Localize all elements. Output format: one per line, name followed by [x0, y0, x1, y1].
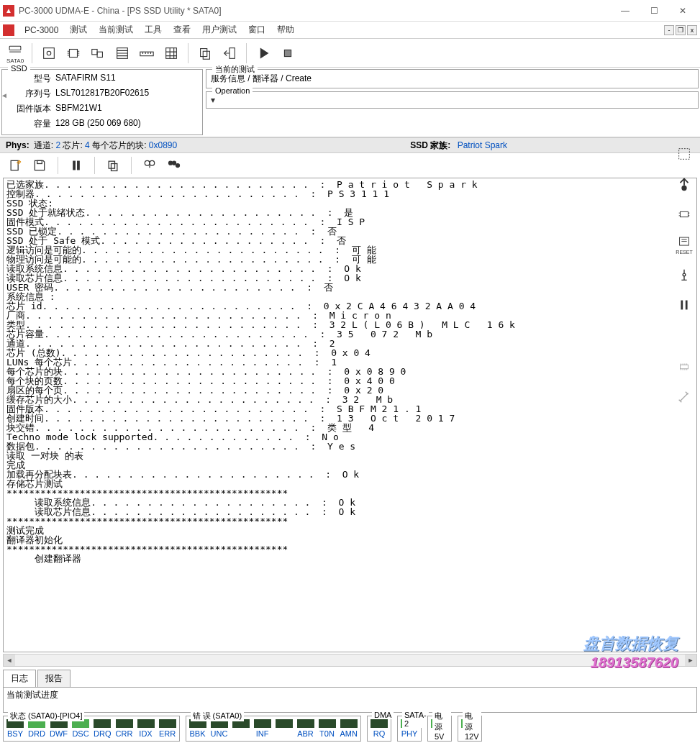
sidebar-btn-scale[interactable]: [674, 144, 694, 164]
led-label: ERR: [159, 729, 176, 738]
log-line: 数据包. . . . . . . . . . . . . . . . . . .…: [6, 442, 694, 451]
blocks-label: 每个芯片的块:: [92, 140, 146, 152]
led-indicator: [371, 719, 388, 728]
ssd-family-label: SSD 家族:: [410, 140, 450, 152]
status-group-sata2: SATA-2PHY: [397, 716, 422, 742]
status-group-error: 错 误 (SATA0)BBKUNCINFABRT0NAMN: [186, 716, 361, 742]
channel-label: 通道:: [34, 140, 53, 152]
led-indicator: [340, 719, 358, 728]
scroll-left-arrow[interactable]: ◄: [4, 654, 15, 666]
tab-report[interactable]: 报告: [37, 670, 71, 687]
operation-dropdown-arrow[interactable]: ▾: [211, 95, 215, 105]
led-label: DRQ: [94, 729, 111, 738]
toolbar-btn-4[interactable]: [112, 42, 133, 64]
toolbar-btn-1[interactable]: [38, 42, 60, 64]
menubar: PC-3000 测试 当前测试 工具 查看 用户测试 窗口 帮助 - ❐ x: [0, 22, 700, 39]
led-indicator: [94, 719, 111, 728]
current-test-path: 服务信息 / 翻译器 / Create: [211, 73, 694, 85]
led-indicator: [297, 719, 314, 728]
child-minimize-button[interactable]: -: [664, 25, 674, 35]
fw-label: 固件版本: [8, 103, 51, 115]
svg-rect-15: [73, 161, 76, 170]
menu-view[interactable]: 查看: [168, 24, 196, 36]
led-idx: IDX: [137, 719, 155, 738]
current-test-panel: 当前的测试 服务信息 / 翻译器 / Create: [206, 69, 699, 88]
log-btn-find[interactable]: [140, 156, 159, 175]
log-btn-find-next[interactable]: [165, 156, 183, 175]
led-label: AMN: [340, 729, 358, 738]
svg-rect-10: [203, 51, 209, 59]
maximize-button[interactable]: ☐: [640, 1, 668, 21]
svg-rect-14: [37, 160, 42, 163]
log-btn-copy[interactable]: [104, 156, 122, 175]
fw-value: SBFM21W1: [55, 103, 196, 115]
toolbar-btn-copy[interactable]: [194, 42, 216, 64]
toolbar-btn-3[interactable]: [87, 42, 109, 64]
led-label: T0N: [319, 729, 335, 738]
toolbar-btn-chip[interactable]: [63, 42, 84, 64]
led-label: CRR: [116, 729, 133, 738]
log-line: ****************************************…: [6, 544, 694, 554]
sidebar-btn-power[interactable]: [674, 174, 694, 194]
collapse-toggle[interactable]: ◄: [1, 91, 8, 99]
child-close-button[interactable]: x: [687, 25, 697, 35]
led-unc: UNC: [211, 719, 228, 738]
minimize-button[interactable]: —: [611, 1, 640, 21]
svg-rect-9: [201, 48, 207, 56]
toolbar-btn-grid[interactable]: [160, 42, 182, 64]
led-dsc: DSC: [72, 719, 89, 738]
log-hscroll[interactable]: ◄ ►: [3, 654, 697, 667]
titlebar: ▲ PC-3000 UDMA-E - China - [PS SSD Utili…: [0, 0, 700, 22]
svg-point-19: [145, 160, 150, 165]
led-indicator: [116, 719, 133, 728]
log-line: 读取 一对块 的表: [6, 451, 694, 460]
status-group-5v: 电源 5V5V: [427, 716, 452, 742]
scroll-right-arrow[interactable]: ►: [685, 654, 696, 666]
progress-panel: 当前测试进度: [3, 687, 697, 713]
pause-button[interactable]: [67, 156, 86, 175]
sata-port-button[interactable]: SATA0: [4, 42, 26, 64]
log-line: 加载再分配块表. . . . . . . . . . . . . . . . .…: [6, 470, 694, 479]
menu-current-test[interactable]: 当前测试: [93, 24, 139, 36]
operation-panel: Operation ▾: [206, 91, 699, 109]
model-value: SATAFIRM S11: [55, 73, 196, 85]
sidebar-btn-reset[interactable]: RESET: [674, 234, 694, 255]
log-btn-new[interactable]: [6, 156, 24, 175]
led-err: ERR: [159, 719, 176, 738]
child-restore-button[interactable]: ❐: [676, 25, 686, 35]
log-output[interactable]: 已选家族. . . . . . . . . . . . . . . . . . …: [3, 178, 697, 652]
led-blank: [232, 719, 250, 738]
capacity-value: 128 GB (250 069 680): [55, 118, 196, 130]
menu-app[interactable]: PC-3000: [19, 25, 64, 35]
close-button[interactable]: ✕: [668, 1, 697, 21]
led-crr: CRR: [116, 719, 133, 738]
led-indicator: [159, 719, 176, 728]
led-inf: INF: [254, 719, 271, 738]
toolbar-btn-ruler[interactable]: [136, 42, 158, 64]
sidebar-btn-chip[interactable]: [674, 204, 694, 224]
sidebar-btn-chip2[interactable]: [674, 357, 694, 377]
svg-rect-0: [9, 46, 21, 50]
menu-user-test[interactable]: 用户测试: [196, 24, 242, 36]
sidebar-btn-probe[interactable]: [674, 265, 694, 285]
svg-rect-26: [681, 211, 688, 216]
menu-help[interactable]: 帮助: [271, 24, 300, 36]
svg-rect-8: [166, 47, 177, 58]
stop-button[interactable]: [277, 42, 299, 64]
progress-label: 当前测试进度: [6, 689, 694, 701]
sidebar-btn-tools[interactable]: [674, 387, 694, 407]
tab-log[interactable]: 日志: [3, 670, 36, 687]
sidebar-btn-pause[interactable]: [674, 295, 694, 315]
svg-point-2: [47, 51, 51, 55]
toolbar-btn-exit[interactable]: [219, 42, 240, 64]
menu-tools[interactable]: 工具: [139, 24, 168, 36]
log-btn-save[interactable]: [30, 156, 49, 175]
menu-window[interactable]: 窗口: [242, 24, 271, 36]
svg-rect-1: [44, 47, 55, 58]
svg-point-28: [683, 273, 686, 276]
led-bsy: BSY: [6, 719, 24, 738]
led-label: BBK: [189, 729, 205, 738]
menu-test[interactable]: 测试: [64, 24, 93, 36]
play-button[interactable]: [253, 42, 274, 64]
svg-rect-30: [686, 301, 688, 310]
